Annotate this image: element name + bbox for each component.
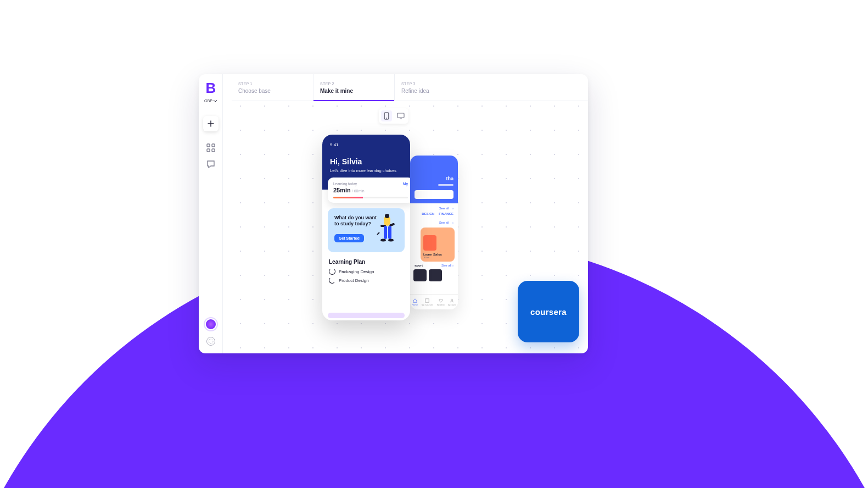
preview-phone-primary: 9:41 Hi, Silvia Let's dive into more lea…: [322, 135, 410, 320]
stat-value: 25min/ 60min: [333, 187, 408, 193]
phone1-header: 9:41 Hi, Silvia Let's dive into more lea…: [322, 135, 410, 190]
step-index: STEP 1: [238, 82, 300, 86]
svg-point-17: [388, 239, 394, 242]
phone2-bottom-nav: Home My Courses Wishlist Account: [410, 294, 458, 309]
nav-my-courses[interactable]: My Courses: [422, 298, 433, 306]
category-finance[interactable]: FINANCE: [439, 212, 453, 215]
phone2-categories: DESIGN FINANCE: [410, 211, 458, 218]
step-label: Refine idea: [401, 88, 462, 94]
step-index: STEP 3: [401, 82, 462, 86]
chevron-down-icon: [214, 100, 217, 102]
progress-ring-icon: [329, 268, 335, 275]
phone2-section-header: See all ›: [410, 203, 458, 211]
sidebar: B GBP: [199, 74, 223, 353]
svg-rect-8: [425, 298, 429, 302]
book-icon: [425, 298, 429, 303]
stat-label: Learning today: [333, 182, 357, 186]
desktop-icon: [397, 113, 405, 119]
phone1-bottom-bar: [328, 313, 405, 318]
currency-label: GBP: [204, 99, 212, 103]
nav-home[interactable]: Home: [412, 298, 418, 306]
see-all-link[interactable]: See all: [439, 221, 449, 224]
phone2-header: tha: [410, 156, 458, 203]
coursera-badge: coursera: [518, 281, 579, 342]
phone2-greeting: tha: [415, 176, 453, 181]
step-index: STEP 2: [320, 82, 381, 86]
mobile-view-button[interactable]: [381, 110, 392, 121]
plan-item-label: Product Design: [339, 278, 369, 283]
svg-point-6: [386, 118, 387, 119]
svg-point-16: [380, 239, 386, 242]
currency-selector[interactable]: GBP: [204, 99, 217, 103]
learning-plan-title: Learning Plan: [329, 259, 404, 265]
svg-rect-14: [384, 226, 387, 239]
plus-icon: [208, 120, 214, 127]
phone2-section-header-2: See all ›: [410, 218, 458, 225]
promo-illustration: [376, 214, 400, 247]
grid-icon[interactable]: [206, 143, 215, 152]
svg-rect-15: [388, 226, 391, 239]
step-make-it-mine[interactable]: STEP 2 Make it mine: [313, 74, 394, 101]
step-tabs: STEP 1 Choose base STEP 2 Make it mine S…: [232, 74, 588, 101]
svg-rect-2: [207, 149, 210, 152]
see-all-link[interactable]: See all ›: [441, 264, 453, 267]
phone2-search-input[interactable]: [415, 190, 453, 199]
theme-color-button[interactable]: [206, 319, 216, 329]
phone2-section-header-3: sport See all ›: [410, 262, 458, 268]
device-toggle: [379, 108, 408, 124]
section-label: sport: [415, 264, 423, 267]
plan-item[interactable]: Product Design: [329, 277, 404, 284]
status-bar-time: 9:41: [330, 142, 402, 147]
plan-item-label: Packaging Design: [339, 269, 374, 274]
brand-logo-icon: B: [206, 80, 216, 97]
nav-account[interactable]: Account: [448, 298, 456, 306]
step-refine-idea[interactable]: STEP 3 Refine idea: [394, 74, 475, 101]
chevron-right-icon: ›: [452, 221, 453, 224]
coursera-label: coursera: [530, 307, 567, 317]
svg-point-9: [451, 299, 453, 301]
svg-rect-1: [212, 144, 215, 147]
desktop-view-button[interactable]: [395, 110, 406, 121]
greeting-subtitle: Let's dive into more learning choices: [330, 168, 402, 173]
add-button[interactable]: [203, 116, 219, 131]
home-icon: [413, 298, 417, 303]
progress-ring-icon: [329, 277, 335, 284]
svg-point-4: [209, 339, 213, 343]
svg-rect-0: [207, 144, 210, 147]
phone2-course-card[interactable]: Learn Salsa 10 hrs: [421, 228, 455, 262]
preview-phone-secondary: tha See all › DESIGN FINANCE See all › L…: [410, 156, 458, 309]
course-duration: 10 hrs: [423, 256, 452, 259]
user-icon: [450, 298, 454, 303]
get-started-button[interactable]: Get Started: [334, 234, 364, 242]
thumbnail[interactable]: [429, 269, 442, 281]
stat-progress-bar: [333, 197, 408, 198]
see-all-link[interactable]: See all: [439, 207, 449, 210]
svg-point-11: [385, 214, 389, 218]
svg-rect-3: [212, 149, 215, 152]
svg-rect-7: [397, 113, 404, 118]
mobile-icon: [384, 112, 389, 120]
stat-my-link[interactable]: My: [403, 182, 408, 186]
promo-title: What do you want to study today?: [334, 215, 379, 228]
phone2-thumbnails: [410, 268, 458, 282]
plan-item[interactable]: Packaging Design: [329, 268, 404, 275]
chevron-right-icon: ›: [452, 207, 453, 210]
greeting-title: Hi, Silvia: [330, 157, 402, 166]
category-design[interactable]: DESIGN: [422, 212, 434, 215]
phone2-progress: [438, 184, 453, 186]
course-illustration: [423, 235, 436, 251]
learning-stat-card[interactable]: Learning today My 25min/ 60min: [328, 178, 410, 203]
step-label: Make it mine: [320, 88, 381, 94]
thumbnail[interactable]: [413, 269, 427, 281]
nav-wishlist[interactable]: Wishlist: [437, 298, 445, 306]
chat-icon[interactable]: [206, 160, 215, 169]
help-icon[interactable]: [206, 337, 215, 346]
promo-card[interactable]: What do you want to study today? Get Sta…: [328, 208, 405, 252]
step-choose-base[interactable]: STEP 1 Choose base: [232, 74, 313, 101]
heart-icon: [439, 298, 443, 303]
step-label: Choose base: [238, 88, 300, 94]
